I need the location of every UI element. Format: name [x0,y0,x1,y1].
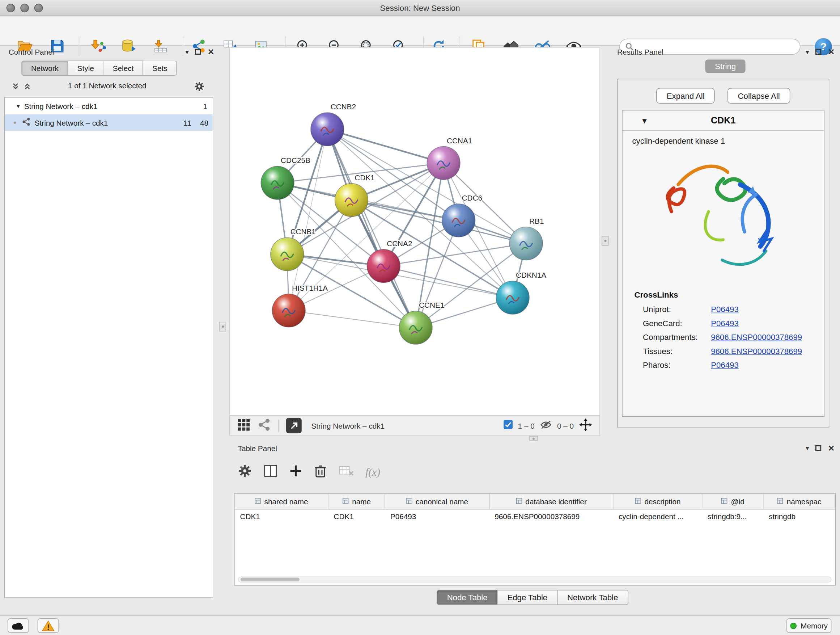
add-column-plus-icon[interactable] [289,464,302,479]
crosslink-label: Tissues: [643,346,711,357]
network-collection-row[interactable]: ▾ String Network – cdk1 1 [5,98,213,114]
column-header[interactable]: canonical name [385,494,489,509]
network-node[interactable]: RB1 [509,217,544,260]
network-node[interactable]: CCNB1 [271,227,316,271]
network-canvas[interactable]: CCNB2CCNA1CDC25BCDK1CDC6RB1CCNB1CCNA2CDK… [229,47,600,416]
column-header[interactable]: shared name [235,494,328,509]
node-table: shared namenamecanonical namedatabase id… [234,494,836,586]
window-title: Session: New Session [0,0,840,16]
tab-node-table[interactable]: Node Table [437,590,498,605]
panel-close-icon[interactable]: ✕ [208,48,215,56]
hidden-eye-slash-icon[interactable] [540,420,552,432]
crosslink-value-link[interactable]: 9606.ENSP00000378699 [711,332,802,343]
tab-select[interactable]: Select [104,60,143,75]
open-in-new-window-button[interactable] [286,418,302,433]
tab-style[interactable]: Style [68,60,104,75]
function-builder-fx-icon[interactable]: f(x) [365,466,380,478]
column-header[interactable]: @id [702,494,763,509]
network-edge[interactable] [384,266,513,298]
splitter-handle[interactable] [602,236,608,246]
scrollbar-thumb[interactable] [240,578,300,581]
network-node[interactable]: CDC25B [261,156,310,200]
selected-nodes-checkbox-icon[interactable] [504,420,513,431]
memory-label: Memory [801,621,828,630]
network-selection-status: 1 of 1 Network selected [0,81,214,90]
network-node[interactable]: CDKN1A [496,271,546,314]
pan-crosshair-icon[interactable] [579,418,592,433]
results-tab-string[interactable]: String [705,59,745,73]
table-panel: Table Panel ▾ ✕ f(x) shared nam [225,442,840,615]
show-columns-icon[interactable] [264,464,278,480]
table-cell[interactable]: CDK1 [235,509,328,524]
entry-collapse-caret-icon[interactable]: ▼ [641,116,648,125]
memory-button[interactable]: Memory [787,618,832,633]
network-row-selected[interactable]: • String Network – cdk1 11 48 [5,114,213,131]
panel-dock-icon[interactable]: ▾ [806,444,809,452]
table-cell[interactable]: cyclin-dependent ... [613,509,702,524]
expand-all-button[interactable]: Expand All [657,88,715,103]
table-cell[interactable]: 9606.ENSP00000378699 [489,509,613,524]
network-edge[interactable] [327,129,416,328]
table-cell[interactable]: stringdb [763,509,835,524]
table-row[interactable]: CDK1CDK1P064939606.ENSP00000378699cyclin… [235,509,835,524]
network-node[interactable]: CCNB2 [311,103,356,146]
control-panel-tabs: NetworkStyleSelectSets [21,60,177,75]
crosslink-value-link[interactable]: P06493 [711,318,739,329]
network-overview-icon[interactable] [257,418,271,433]
protein-description: cyclin-dependent kinase 1 [622,131,824,146]
network-list: ▾ String Network – cdk1 1 • String Netwo… [4,97,213,598]
table-cell[interactable]: stringdb:9... [702,509,763,524]
tab-sets[interactable]: Sets [143,60,177,75]
birdseye-grid-icon[interactable] [237,418,250,433]
crosslink-value-link[interactable]: P06493 [711,360,739,371]
application-window: Session: New Session [0,0,840,635]
column-header[interactable]: database identifier [489,494,613,509]
column-header[interactable]: namespac [763,494,835,509]
network-options-gear-icon[interactable] [194,81,205,94]
panel-float-icon[interactable] [195,49,201,55]
network-edge[interactable] [289,310,416,328]
network-node[interactable]: HIST1H1A [272,284,328,327]
network-collection-count: 1 [203,102,208,111]
network-edge[interactable] [327,129,444,163]
tree-expand-caret-icon[interactable]: ▾ [17,102,20,110]
collapse-all-button[interactable]: Collapse All [728,88,790,103]
results-panel: Results Panel ▾ ✕ String Expand All Coll… [611,46,840,440]
delete-table-icon[interactable] [339,465,354,479]
tab-network-table[interactable]: Network Table [557,590,628,605]
panel-float-icon[interactable] [816,49,821,55]
protein-entry-header[interactable]: ▼ CDK1 [622,111,824,131]
panel-float-icon[interactable] [816,445,821,451]
network-node[interactable]: CCNA1 [427,136,472,180]
crosslink-row: Tissues:9606.ENSP00000378699 [622,344,824,358]
crosslink-row: Pharos:P06493 [622,358,824,372]
cloud-status-button[interactable] [8,618,29,633]
column-header[interactable]: description [613,494,702,509]
column-header[interactable]: name [328,494,385,509]
crosslink-value-link[interactable]: 9606.ENSP00000378699 [711,346,802,357]
tab-edge-table[interactable]: Edge Table [498,590,558,605]
splitter-handle[interactable] [529,436,538,440]
panel-close-icon[interactable]: ✕ [828,48,835,56]
tab-network[interactable]: Network [21,60,68,75]
table-options-gear-icon[interactable] [238,464,252,480]
network-view-panel: CCNB2CCNA1CDC25BCDK1CDC6RB1CCNB1CCNA2CDK… [229,46,600,435]
crosslink-value-link[interactable]: P06493 [711,304,739,315]
splitter-handle[interactable] [219,322,226,332]
network-node-count: 11 [183,119,191,127]
horizontal-scrollbar[interactable] [238,577,832,583]
warnings-button[interactable] [38,618,59,633]
crosslinks-heading: CrossLinks [622,285,824,302]
node-label: CDK1 [355,173,374,182]
network-graph: CCNB2CCNA1CDC25BCDK1CDC6RB1CCNB1CCNA2CDK… [230,48,600,415]
table-cell[interactable]: CDK1 [328,509,385,524]
delete-column-trash-icon[interactable] [314,464,327,480]
table-cell[interactable]: P06493 [385,509,489,524]
network-view-toolbar: String Network – cdk1 1 – 0 0 – 0 [229,416,600,435]
panel-close-icon[interactable]: ✕ [828,444,835,452]
node-label: CDC25B [281,156,310,165]
table-type-tabs: Node TableEdge TableNetwork Table [225,590,840,605]
column-type-icon [516,497,523,506]
panel-dock-icon[interactable]: ▾ [185,48,189,56]
panel-dock-icon[interactable]: ▾ [806,48,809,56]
